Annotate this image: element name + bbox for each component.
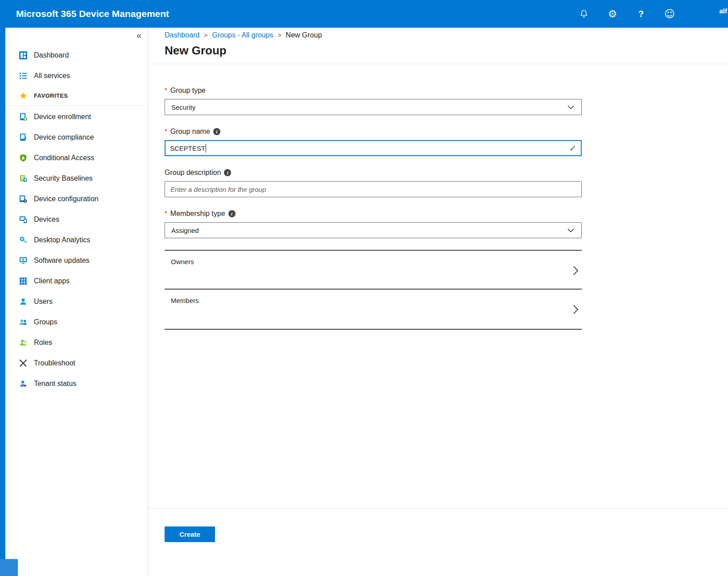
sidebar-item-label: Troubleshoot — [34, 359, 75, 367]
group-name-input[interactable]: SCEPTEST ✓ — [165, 140, 582, 156]
sidebar-item-label: Groups — [34, 318, 57, 326]
star-icon — [19, 91, 28, 100]
software-updates-icon — [19, 256, 28, 265]
required-asterisk: * — [165, 209, 167, 217]
notifications-button[interactable] — [578, 8, 590, 20]
group-description-field: Group description i — [165, 168, 582, 197]
info-icon: i — [228, 210, 236, 217]
chevron-right-icon — [573, 305, 578, 315]
page-title: New Group — [165, 44, 728, 58]
membership-type-select[interactable]: Assigned — [165, 222, 582, 238]
membership-type-label: * Membership type i — [165, 209, 582, 219]
main-content: Dashboard > Groups - All groups > New Gr… — [149, 28, 728, 576]
breadcrumb-current: New Group — [286, 31, 322, 39]
members-row[interactable]: Members — [165, 290, 582, 330]
favorites-header: FAVORITES — [5, 86, 148, 106]
sidebar-item-dashboard[interactable]: Dashboard — [5, 45, 148, 66]
dashboard-icon — [19, 51, 28, 60]
text-caret — [206, 144, 206, 153]
group-type-label: * Group type — [165, 86, 582, 95]
sidebar-item-label: Device compliance — [34, 133, 94, 141]
title-divider — [149, 64, 728, 64]
sidebar-item-label: Dashboard — [34, 51, 69, 59]
sidebar-collapse-button[interactable]: « — [136, 30, 141, 41]
help-icon[interactable]: ? — [635, 8, 647, 20]
sidebar-item-tenant-status[interactable]: Tenant status — [5, 373, 148, 394]
create-button[interactable]: Create — [165, 526, 215, 542]
breadcrumb-dashboard[interactable]: Dashboard — [165, 31, 199, 39]
sidebar-item-client-apps[interactable]: Client apps — [5, 271, 148, 291]
roles-icon — [19, 338, 28, 347]
groups-icon — [19, 318, 28, 327]
required-asterisk: * — [165, 86, 167, 94]
sidebar-item-label: Device configuration — [34, 195, 99, 203]
users-icon — [19, 297, 28, 306]
sidebar-item-label: Tenant status — [34, 380, 76, 388]
sidebar-item-label: All services — [34, 72, 70, 80]
membership-type-field: * Membership type i Assigned — [165, 209, 582, 238]
chevron-down-icon — [566, 103, 575, 112]
sidebar-item-groups[interactable]: Groups — [5, 312, 148, 332]
left-rail — [0, 28, 5, 576]
group-name-field: * Group name i SCEPTEST ✓ — [165, 127, 582, 156]
sidebar-item-label: Software updates — [34, 257, 90, 265]
sidebar-item-security-baselines[interactable]: Security Baselines — [5, 168, 148, 189]
device-configuration-icon — [19, 195, 28, 203]
sidebar-item-label: Security Baselines — [34, 174, 93, 182]
sidebar-item-devices[interactable]: Devices — [5, 209, 148, 230]
required-asterisk: * — [165, 127, 167, 135]
chevron-down-icon — [566, 226, 575, 235]
topbar-icons: ⚙ ? ☺ — [578, 0, 675, 28]
device-compliance-icon — [19, 133, 28, 142]
sidebar-item-desktop-analytics[interactable]: Desktop Analytics — [5, 230, 148, 250]
bell-icon — [579, 9, 588, 18]
group-type-value: Security — [171, 104, 195, 111]
group-description-input[interactable] — [165, 181, 582, 197]
form-footer: Create — [149, 508, 728, 576]
sidebar-nav: Dashboard All services FAVORITES Device … — [5, 45, 148, 394]
group-description-label-text: Group description — [165, 169, 221, 177]
sidebar-item-software-updates[interactable]: Software updates — [5, 250, 148, 271]
settings-gear-icon[interactable]: ⚙ — [607, 8, 618, 20]
group-description-label: Group description i — [165, 168, 582, 178]
conditional-access-icon — [19, 153, 28, 162]
sidebar-item-users[interactable]: Users — [5, 291, 148, 312]
sidebar-item-troubleshoot[interactable]: Troubleshoot — [5, 353, 148, 373]
sidebar-item-label: Users — [34, 298, 53, 306]
group-name-label: * Group name i — [165, 127, 582, 137]
membership-type-value: Assigned — [171, 227, 199, 234]
app-title: Microsoft 365 Device Management — [16, 8, 169, 19]
sidebar-item-label: Device enrollment — [34, 113, 91, 121]
sidebar-item-conditional-access[interactable]: Conditional Access — [5, 148, 148, 168]
group-type-label-text: Group type — [170, 87, 206, 95]
breadcrumb: Dashboard > Groups - All groups > New Gr… — [149, 28, 728, 39]
sidebar-item-label: Devices — [34, 215, 59, 224]
group-name-value: SCEPTEST — [170, 145, 205, 152]
info-icon: i — [213, 128, 220, 135]
sidebar-item-label: Desktop Analytics — [34, 236, 90, 244]
group-type-select[interactable]: Security — [165, 99, 582, 115]
valid-check-icon: ✓ — [569, 143, 576, 153]
sidebar-item-device-compliance[interactable]: Device compliance — [5, 127, 148, 148]
breadcrumb-separator: > — [277, 32, 281, 39]
breadcrumb-groups-all-groups[interactable]: Groups - All groups — [212, 31, 273, 39]
info-icon: i — [224, 169, 231, 176]
sidebar-item-device-enrollment[interactable]: Device enrollment — [5, 107, 148, 127]
sidebar-item-roles[interactable]: Roles — [5, 332, 148, 353]
sidebar-item-device-configuration[interactable]: Device configuration — [5, 189, 148, 209]
client-apps-icon — [19, 277, 28, 286]
sidebar-item-label: Conditional Access — [34, 154, 94, 162]
troubleshoot-icon — [19, 359, 28, 368]
security-baselines-icon — [19, 174, 28, 183]
topbar: Microsoft 365 Device Management ⚙ ? ☺ al… — [0, 0, 728, 28]
sidebar: « Dashboard All services FAVORITES Devic… — [5, 28, 148, 576]
user-name[interactable]: alf — [719, 7, 727, 15]
all-services-icon — [19, 71, 28, 80]
chevron-right-icon — [573, 266, 578, 277]
corner-tile — [0, 559, 18, 576]
feedback-smiley-icon[interactable]: ☺ — [664, 8, 675, 20]
breadcrumb-separator: > — [204, 32, 207, 39]
sidebar-item-all-services[interactable]: All services — [5, 66, 148, 86]
owners-row[interactable]: Owners — [165, 251, 582, 290]
device-enrollment-icon — [19, 112, 28, 121]
